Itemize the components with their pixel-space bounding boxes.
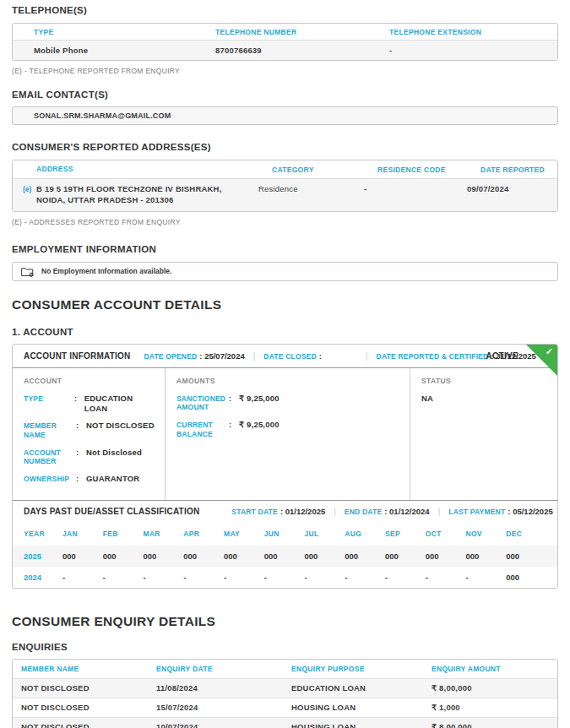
date-opened-label: DATE OPENED [144, 352, 197, 361]
enquiry-purpose: EDUCATION LOAN [291, 683, 432, 693]
address-value: B 19 5 19TH FLOOR TECHZONE IV BISHRAKH, … [36, 184, 258, 206]
telephones-heading: TELEPHONE(S) [12, 5, 558, 15]
dpd-col-apr: APR [183, 530, 224, 538]
header-separator: | [253, 351, 256, 361]
dpd-col-mar: MAR [144, 530, 184, 538]
enquiries-table: MEMBER NAME ENQUIRY DATE ENQUIRY PURPOSE… [12, 659, 558, 728]
colon: : [76, 474, 86, 484]
col-telephone-number: TELEPHONE NUMBER [215, 28, 389, 36]
colon: : [76, 448, 86, 466]
address-row: (e) B 19 5 19TH FLOOR TECHZONE IV BISHRA… [13, 178, 557, 211]
account-columns: ACCOUNT TYPE : EDUCATION LOAN MEMBER NAM… [13, 368, 557, 500]
field-label: MEMBER NAME [24, 421, 76, 439]
dpd-col-may: MAY [224, 530, 264, 538]
email-box: SONAL.SRM.SHARMA@GMAIL.COM [12, 106, 558, 125]
telephone-type: Mobile Phone [34, 46, 215, 55]
colon: : [229, 420, 239, 438]
col-marker-spacer [23, 169, 36, 170]
account-group: ACCOUNT TYPE : EDUCATION LOAN MEMBER NAM… [13, 368, 166, 500]
account-status-badge: ACTIVE [486, 351, 518, 361]
dpd-cell: - [183, 573, 224, 582]
dpd-col-oct: OCT [426, 530, 466, 538]
dpd-year-2024: 2024 [24, 573, 62, 582]
dpd-year-2025: 2025 [24, 551, 62, 561]
dpd-title: DAYS PAST DUE/ASSET CLASSIFICATION [24, 507, 199, 516]
enquiry-member: NOT DISCLOSED [21, 703, 156, 712]
colon: : [229, 394, 239, 412]
dpd-cell: 000 [305, 551, 345, 561]
dpd-cell: 000 [144, 551, 184, 561]
enquiries-subheading: ENQUIRIES [12, 642, 558, 652]
dpd-cell: - [345, 573, 385, 582]
field-value: EDUCATION LOAN [84, 394, 156, 414]
enquiry-member: NOT DISCLOSED [21, 683, 156, 693]
dpd-col-year: YEAR [24, 530, 62, 538]
amounts-group: AMOUNTS SANCTIONED AMOUNT : ₹ 9,25,000 C… [166, 368, 410, 500]
dpd-cell: 000 [224, 551, 264, 561]
colon: : [74, 394, 84, 414]
telephones-table: TYPE TELEPHONE NUMBER TELEPHONE EXTENSIO… [12, 23, 558, 61]
check-icon: ✓ [546, 346, 553, 357]
header-separator: | [438, 507, 441, 516]
address-residence-code: - [364, 184, 467, 193]
field-label: ACCOUNT NUMBER [24, 448, 76, 466]
amounts-group-title: AMOUNTS [176, 377, 401, 385]
dpd-cell: - [466, 573, 507, 582]
dpd-col-dec: DEC [506, 530, 546, 538]
telephone-row: Mobile Phone 8700766639 - [13, 40, 557, 60]
start-date-label: START DATE [231, 508, 278, 516]
enquiry-row: NOT DISCLOSED 11/08/2024 EDUCATION LOAN … [13, 678, 557, 698]
dpd-header: DAYS PAST DUE/ASSET CLASSIFICATION START… [13, 500, 557, 523]
dpd-cell: - [103, 573, 144, 582]
field-current-balance: CURRENT BALANCE : ₹ 9,25,000 [176, 420, 401, 438]
col-type: TYPE [34, 28, 215, 36]
date-closed-value: : [319, 351, 322, 361]
status-group-title: STATUS [421, 377, 549, 385]
field-sanctioned-amount: SANCTIONED AMOUNT : ₹ 9,25,000 [176, 394, 401, 412]
account-group-title: ACCOUNT [24, 377, 156, 385]
col-enquiry-amount: ENQUIRY AMOUNT [432, 665, 557, 673]
field-value: GUARANTOR [86, 474, 139, 484]
enquiry-member: NOT DISCLOSED [21, 722, 156, 728]
end-date-value: : 01/12/2024 [384, 507, 429, 516]
email-value: SONAL.SRM.SHARMA@GMAIL.COM [34, 111, 171, 120]
dpd-cell: - [305, 573, 345, 582]
enquiries-header-row: MEMBER NAME ENQUIRY DATE ENQUIRY PURPOSE… [13, 660, 557, 678]
telephone-extension: - [389, 46, 557, 55]
dpd-cell: 000 [385, 551, 426, 561]
col-date-reported: DATE REPORTED [480, 166, 557, 174]
dpd-cell: - [144, 573, 184, 582]
date-closed-label: DATE CLOSED [263, 352, 317, 361]
dpd-col-aug: AUG [345, 530, 385, 538]
dpd-row-2024: 2024 - - - - - - - - - - - 000 [13, 567, 557, 588]
enquiry-purpose: HOUSING LOAN [291, 703, 432, 712]
col-enquiry-purpose: ENQUIRY PURPOSE [291, 665, 432, 673]
col-residence-code: RESIDENCE CODE [377, 166, 480, 174]
enquiry-date: 11/08/2024 [156, 683, 291, 693]
enquiry-amount: ₹ 1,000 [432, 703, 557, 712]
dpd-cell: 000 [506, 551, 546, 561]
field-value: Not Disclosed [86, 448, 142, 466]
employment-box: No Employment Information available. [12, 262, 558, 281]
field-value: NA [421, 394, 433, 404]
dpd-cell: 000 [426, 551, 466, 561]
field-label: TYPE [24, 394, 74, 414]
email-heading: EMAIL CONTACT(S) [12, 90, 558, 100]
field-account-number: ACCOUNT NUMBER : Not Disclosed [24, 448, 156, 466]
field-label: CURRENT BALANCE [176, 420, 229, 438]
field-status: NA [421, 394, 549, 404]
dpd-cell: 000 [264, 551, 305, 561]
field-value: ₹ 9,25,000 [239, 420, 280, 438]
enquiry-details-heading: CONSUMER ENQUIRY DETAILS [12, 614, 558, 629]
dpd-cell: 000 [183, 551, 224, 561]
dpd-cell: 000 [103, 551, 144, 561]
account-info-header: ACCOUNT INFORMATION DATE OPENED : 25/07/… [13, 345, 557, 368]
end-date-label: END DATE [345, 508, 382, 516]
telephones-footnote: (e) - TELEPHONE REPORTED FROM ENQUIRY [12, 67, 558, 75]
header-separator: | [366, 351, 368, 361]
start-date-value: : 01/12/2025 [280, 507, 325, 516]
enquiry-date: 10/07/2024 [156, 722, 291, 728]
telephones-header-row: TYPE TELEPHONE NUMBER TELEPHONE EXTENSIO… [13, 24, 557, 40]
dpd-col-nov: NOV [466, 530, 507, 538]
employment-heading: EMPLOYMENT INFORMATION [12, 244, 558, 254]
